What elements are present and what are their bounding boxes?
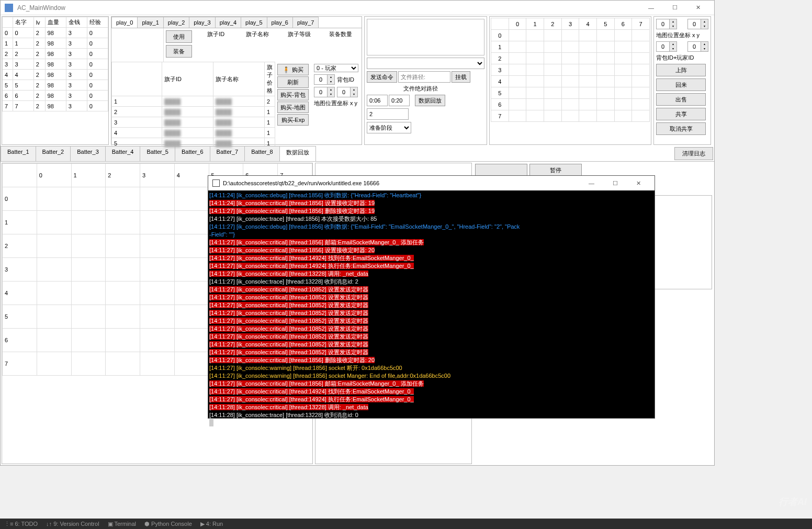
table-cell[interactable]: 0 xyxy=(13,28,33,38)
grid-cell[interactable] xyxy=(509,53,526,64)
table-cell[interactable]: 98 xyxy=(45,59,66,70)
console-minimize[interactable]: — xyxy=(580,176,603,190)
grid-cell[interactable] xyxy=(509,76,526,87)
table-cell[interactable]: 0 xyxy=(87,91,108,101)
file-path-input[interactable] xyxy=(398,71,450,83)
grid-cell[interactable] xyxy=(106,305,140,329)
table-cell[interactable]: 0 xyxy=(87,49,108,59)
table-cell[interactable]: 4 xyxy=(13,70,33,80)
refresh-button[interactable]: 刷新 xyxy=(277,76,309,88)
mount-button[interactable]: 挂载 xyxy=(452,71,470,83)
table-cell[interactable]: 0 xyxy=(87,70,108,80)
grid-cell[interactable] xyxy=(71,187,106,211)
grid-cell[interactable] xyxy=(544,30,561,41)
table-cell[interactable]: 3 xyxy=(66,59,87,70)
back-button[interactable]: 回来 xyxy=(656,78,706,91)
pos-x-spin[interactable]: ▴▾ xyxy=(656,19,677,29)
table-cell[interactable]: ████ xyxy=(213,117,264,128)
grid-cell[interactable] xyxy=(579,110,597,122)
grid-cell[interactable] xyxy=(71,352,106,376)
map-x-spin[interactable]: ▴▾ xyxy=(314,87,335,97)
table-cell[interactable]: 98 xyxy=(45,49,66,59)
grid-cell[interactable] xyxy=(579,30,597,41)
grid-cell[interactable] xyxy=(140,329,175,352)
grid-cell[interactable] xyxy=(579,99,597,110)
grid-cell[interactable] xyxy=(509,41,526,53)
minimize-button[interactable]: — xyxy=(639,1,663,15)
table-cell[interactable]: 3 xyxy=(66,101,87,111)
grid-cell[interactable] xyxy=(579,41,597,53)
grid-cell[interactable] xyxy=(509,30,526,41)
table-cell[interactable]: ████ xyxy=(162,96,213,107)
grid-cell[interactable] xyxy=(71,329,106,352)
grid-cell[interactable] xyxy=(579,76,597,87)
cmd-select[interactable] xyxy=(367,58,484,69)
player-select[interactable]: 0 - 玩家 xyxy=(314,64,358,72)
play-tab-2[interactable]: play_2 xyxy=(163,17,189,28)
table-cell[interactable]: 3 xyxy=(66,28,87,38)
table-cell[interactable]: 1 xyxy=(264,117,275,128)
up-button[interactable]: 上阵 xyxy=(656,64,706,76)
grid-cell[interactable] xyxy=(614,87,632,99)
grid-cell[interactable] xyxy=(526,87,544,99)
table-cell[interactable]: 4 xyxy=(3,70,13,80)
table-cell[interactable]: 1 xyxy=(13,38,33,49)
table-cell[interactable]: ████ xyxy=(162,117,213,128)
grid-cell[interactable] xyxy=(526,76,544,87)
grid-cell[interactable] xyxy=(596,76,614,87)
grid-cell[interactable] xyxy=(174,329,209,352)
table-cell[interactable]: 0 xyxy=(87,101,108,111)
send-cmd-button[interactable]: 发送命令 xyxy=(367,71,397,83)
table-cell[interactable]: 2 xyxy=(33,49,45,59)
table-cell[interactable]: 3 xyxy=(13,59,33,70)
taskbar-python[interactable]: ⬢ Python Console xyxy=(144,521,192,527)
table-cell[interactable]: 2 xyxy=(3,49,13,59)
use-button[interactable]: 使用 xyxy=(166,30,192,43)
table-cell[interactable]: 2 xyxy=(33,101,45,111)
grid-cell[interactable] xyxy=(106,329,140,352)
play-tab-7[interactable]: play_7 xyxy=(292,17,319,28)
play-tab-0[interactable]: play_0 xyxy=(111,17,138,28)
clear-log-button[interactable]: 清理日志 xyxy=(674,147,713,160)
table-cell[interactable]: 2 xyxy=(33,28,45,38)
table-cell[interactable]: 5 xyxy=(13,80,33,91)
grid-cell[interactable] xyxy=(174,282,209,305)
grid-cell[interactable] xyxy=(526,99,544,110)
batter-tab-8[interactable]: 数据回放 xyxy=(279,146,316,161)
table-cell[interactable]: ████ xyxy=(213,128,264,138)
bag-spin[interactable]: ▴▾ xyxy=(656,41,677,52)
grid-cell[interactable] xyxy=(632,87,650,99)
grid-cell[interactable] xyxy=(632,30,650,41)
grid-cell[interactable] xyxy=(561,30,579,41)
table-cell[interactable]: 3 xyxy=(66,70,87,80)
grid-cell[interactable] xyxy=(509,110,526,122)
grid-cell[interactable] xyxy=(106,258,140,282)
grid-cell[interactable] xyxy=(37,352,71,376)
buy-exp-button[interactable]: 购买-Exp xyxy=(277,114,309,126)
table-cell[interactable]: 1 xyxy=(3,38,13,49)
pos-y-spin[interactable]: ▴▾ xyxy=(687,19,708,29)
grid-cell[interactable] xyxy=(614,30,632,41)
grid-cell[interactable] xyxy=(579,53,597,64)
equip-button[interactable]: 装备 xyxy=(166,45,192,58)
buy-bag-button[interactable]: 购买-背包 xyxy=(277,89,309,100)
table-cell[interactable]: 5 xyxy=(3,80,13,91)
grid-cell[interactable] xyxy=(106,352,140,376)
grid-cell[interactable] xyxy=(544,110,561,122)
grid-cell[interactable] xyxy=(544,99,561,110)
table-cell[interactable]: 3 xyxy=(66,38,87,49)
grid-cell[interactable] xyxy=(632,110,650,122)
grid-cell[interactable] xyxy=(614,99,632,110)
phase-select[interactable]: 准备阶段 xyxy=(367,122,411,133)
table-cell[interactable]: 2 xyxy=(112,107,162,117)
table-cell[interactable]: 4 xyxy=(112,128,162,138)
grid-cell[interactable] xyxy=(140,211,175,234)
grid-cell[interactable] xyxy=(561,64,579,76)
replay-button[interactable]: 数据回放 xyxy=(415,95,445,106)
grid-cell[interactable] xyxy=(37,187,71,211)
grid-cell[interactable] xyxy=(614,110,632,122)
grid-cell[interactable] xyxy=(561,110,579,122)
val-input[interactable] xyxy=(367,108,409,120)
table-cell[interactable]: 0 xyxy=(87,59,108,70)
bag-id-spin[interactable]: ▴▾ xyxy=(314,74,335,85)
